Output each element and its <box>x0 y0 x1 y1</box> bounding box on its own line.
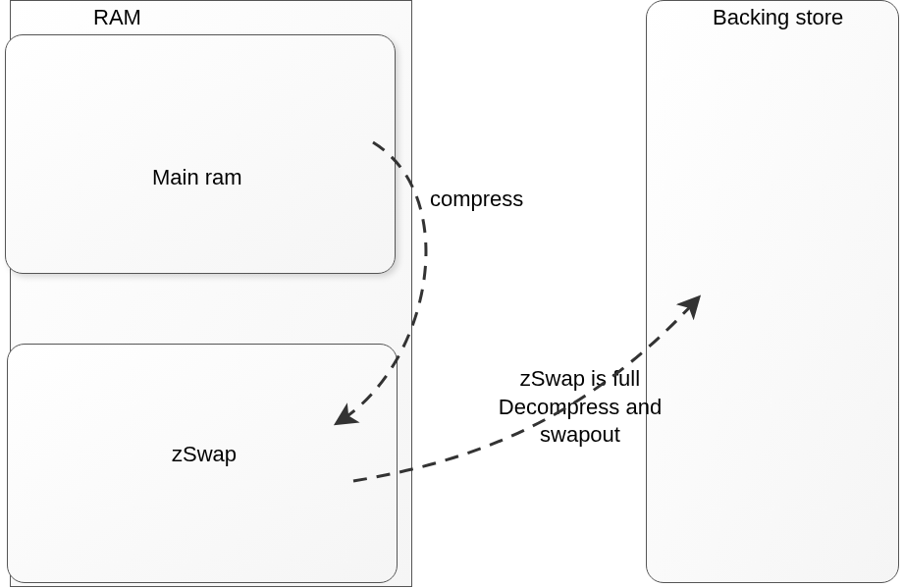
main-ram-label: Main ram <box>152 165 242 190</box>
zswap-label: zSwap <box>172 442 237 467</box>
swapout-line1: zSwap is full <box>520 366 640 391</box>
main-ram-box <box>5 34 396 274</box>
backing-store-box <box>646 0 899 583</box>
swapout-line2: Decompress and swapout <box>499 395 662 448</box>
backing-store-label: Backing store <box>713 5 843 30</box>
swapout-label: zSwap is full Decompress and swapout <box>457 365 703 450</box>
compress-label: compress <box>430 187 523 212</box>
ram-label: RAM <box>93 5 141 30</box>
